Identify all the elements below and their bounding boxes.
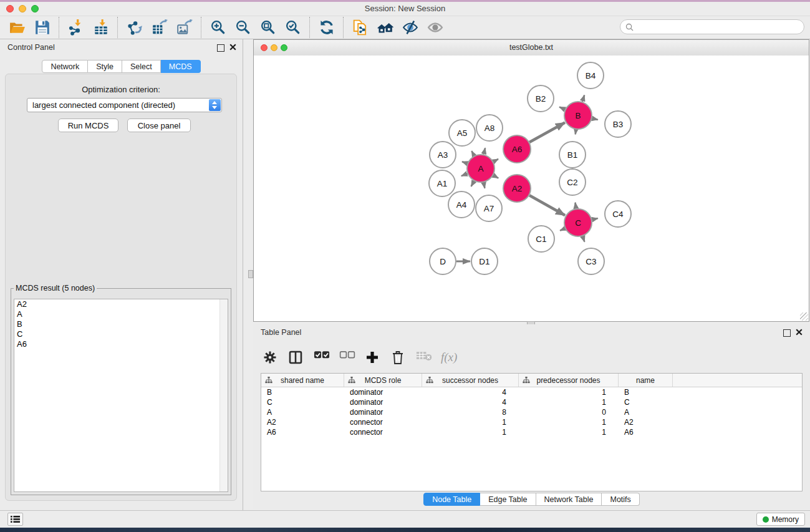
show-columns-button[interactable]	[287, 349, 304, 365]
table-panel-tab-network-table[interactable]: Network Table	[536, 493, 602, 506]
network-graph[interactable]: B4B2BB3A5A8A6A3B1AA1C2A2A4A7C4CC1C3DD1	[254, 56, 809, 321]
table-cell[interactable]: 0	[519, 407, 619, 417]
graph-edge-B-B2[interactable]	[559, 107, 565, 110]
graph-node-D[interactable]: D	[430, 248, 456, 274]
graph-node-B1[interactable]: B1	[559, 142, 586, 168]
graph-edge-A-A3[interactable]	[462, 162, 467, 163]
control-panel-close-icon[interactable]	[229, 44, 237, 51]
table-cell[interactable]: 1	[519, 397, 619, 407]
export-image-button[interactable]	[172, 17, 197, 37]
graph-node-A7[interactable]: A7	[476, 195, 502, 221]
graph-edge-A-A7[interactable]	[484, 183, 485, 188]
graph-edge-A6-B[interactable]	[529, 123, 565, 142]
open-file-button[interactable]	[5, 17, 30, 37]
mcds-result-item[interactable]: A2	[14, 299, 228, 309]
export-table-button[interactable]	[147, 17, 172, 37]
search-input[interactable]	[637, 22, 799, 32]
memory-button[interactable]: Memory	[756, 513, 805, 526]
table-row[interactable]: Bdominator41B	[261, 387, 802, 397]
graph-edge-B-B1[interactable]	[576, 130, 576, 135]
search-box[interactable]	[620, 19, 804, 34]
column-header-predecessor-nodes[interactable]: predecessor nodes	[519, 374, 619, 387]
graph-node-B2[interactable]: B2	[528, 85, 554, 112]
mcds-result-item[interactable]: C	[14, 329, 228, 339]
settings-button[interactable]	[262, 349, 278, 365]
table-cell[interactable]: 4	[422, 397, 519, 407]
table-cell[interactable]: dominator	[344, 387, 422, 397]
graph-node-A4[interactable]: A4	[448, 191, 475, 218]
close-panel-button[interactable]: Close panel	[127, 118, 191, 132]
vertical-split-grip[interactable]	[248, 270, 253, 278]
graph-node-D1[interactable]: D1	[471, 248, 498, 274]
graph-node-A5[interactable]: A5	[449, 120, 475, 146]
status-list-button[interactable]	[7, 513, 23, 526]
table-cell[interactable]: 4	[422, 387, 519, 397]
show-details-button[interactable]	[373, 17, 398, 37]
table-cell[interactable]: C	[619, 397, 673, 407]
save-session-button[interactable]	[30, 17, 55, 37]
show-hidden-button[interactable]	[423, 17, 448, 37]
graph-node-B4[interactable]: B4	[577, 62, 604, 89]
graph-node-C[interactable]: C	[564, 209, 592, 236]
graph-edge-B-B3[interactable]	[592, 118, 598, 120]
float-panel-icon[interactable]	[217, 44, 224, 52]
table-panel-tab-edge-table[interactable]: Edge Table	[480, 493, 536, 506]
table-cell[interactable]: 1	[422, 427, 519, 437]
column-header-name[interactable]: name	[619, 374, 673, 387]
table-panel-tab-node-table[interactable]: Node Table	[423, 493, 480, 506]
table-cell[interactable]: dominator	[344, 397, 422, 407]
mcds-result-item[interactable]: B	[14, 319, 228, 329]
graph-node-A1[interactable]: A1	[429, 170, 455, 196]
graph-edge-A-A4[interactable]	[471, 181, 475, 186]
table-row[interactable]: Cdominator41C	[261, 397, 802, 407]
graph-node-B3[interactable]: B3	[605, 111, 631, 137]
graph-edge-A-A2[interactable]	[493, 175, 498, 178]
import-table-button[interactable]	[89, 17, 113, 37]
graph-node-A3[interactable]: A3	[430, 142, 456, 168]
table-panel-close-icon[interactable]	[796, 329, 803, 336]
table-cell[interactable]: 1	[519, 417, 619, 427]
column-header-MCDS-role[interactable]: MCDS role	[344, 374, 422, 387]
graph-node-A8[interactable]: A8	[476, 115, 503, 141]
table-row[interactable]: A2connector11A2	[261, 417, 802, 427]
export-network-button[interactable]	[122, 17, 147, 37]
network-window-titlebar[interactable]: testGlobe.txt	[254, 40, 809, 56]
graph-edge-A-A5[interactable]	[471, 151, 474, 155]
graph-edge-C-C4[interactable]	[592, 218, 598, 220]
graph-node-C1[interactable]: C1	[528, 226, 554, 252]
table-cell[interactable]: B	[619, 387, 673, 397]
table-cell[interactable]: 1	[422, 417, 519, 427]
table-row[interactable]: A6connector11A6	[261, 427, 802, 437]
table-cell[interactable]: 1	[519, 387, 619, 397]
deselect-all-button[interactable]	[339, 349, 355, 365]
graph-node-B[interactable]: B	[564, 102, 592, 129]
column-header-shared-name[interactable]: shared name	[261, 374, 344, 387]
column-header-successor-nodes[interactable]: successor nodes	[422, 374, 519, 387]
apply-layout-button[interactable]	[314, 17, 339, 37]
table-panel-tab-motifs[interactable]: Motifs	[602, 493, 639, 506]
mcds-result-item[interactable]: A6	[14, 339, 228, 349]
graph-edge-C-C3[interactable]	[582, 236, 584, 242]
import-network-button[interactable]	[64, 17, 89, 37]
graph-node-A[interactable]: A	[467, 155, 494, 182]
table-cell[interactable]: B	[261, 387, 344, 397]
result-list-scrollbar[interactable]	[219, 299, 228, 491]
graph-node-C3[interactable]: C3	[578, 248, 604, 274]
graph-node-C2[interactable]: C2	[559, 169, 586, 195]
graph-edge-A-A8[interactable]	[484, 148, 485, 154]
table-row[interactable]: Adominator80A	[261, 407, 802, 417]
graph-edge-B-B4[interactable]	[582, 95, 584, 102]
table-cell[interactable]: 1	[519, 427, 619, 437]
table-float-panel-icon[interactable]	[783, 329, 791, 337]
mcds-result-item[interactable]: A	[14, 309, 228, 319]
table-cell[interactable]: A	[261, 407, 344, 417]
zoom-selected-button[interactable]	[281, 17, 306, 37]
control-panel-tab-select[interactable]: Select	[122, 60, 161, 73]
zoom-in-button[interactable]	[206, 17, 231, 37]
graph-node-A6[interactable]: A6	[503, 135, 531, 163]
network-from-selection-button[interactable]	[348, 17, 373, 37]
control-panel-tab-network[interactable]: Network	[42, 60, 88, 73]
window-resize-grip[interactable]	[800, 312, 808, 321]
table-cell[interactable]: A6	[619, 427, 673, 437]
zoom-out-button[interactable]	[231, 17, 256, 37]
